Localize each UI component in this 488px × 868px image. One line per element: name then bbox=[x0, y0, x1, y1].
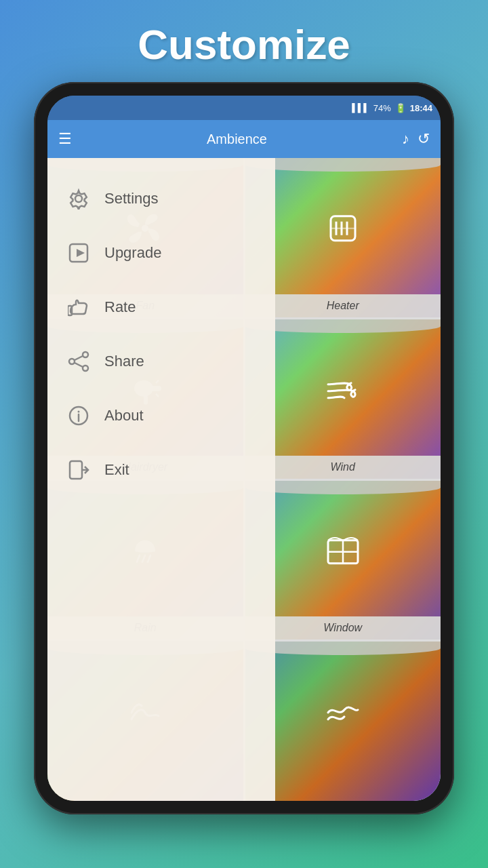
window-label: Window bbox=[323, 622, 362, 633]
svg-line-25 bbox=[75, 356, 83, 360]
drawer-item-settings[interactable]: Settings bbox=[47, 172, 275, 226]
content-area: Fan bbox=[47, 158, 441, 801]
exit-label: Exit bbox=[104, 461, 129, 479]
status-bar: ▌▌▌ 74% 🔋 18:44 bbox=[47, 96, 441, 120]
music-icon[interactable]: ♪ bbox=[402, 130, 409, 148]
phone-screen: ▌▌▌ 74% 🔋 18:44 ☰ Ambience ♪ ↺ bbox=[47, 96, 441, 801]
app-title: Ambience bbox=[83, 132, 391, 147]
drawer-item-upgrade[interactable]: Upgrade bbox=[47, 226, 275, 280]
svg-point-29 bbox=[78, 411, 80, 413]
drawer-item-share[interactable]: Share bbox=[47, 334, 275, 389]
rate-label: Rate bbox=[104, 298, 136, 316]
svg-point-18 bbox=[75, 195, 82, 202]
settings-icon bbox=[66, 186, 91, 211]
settings-label: Settings bbox=[104, 190, 159, 208]
phone-device: ▌▌▌ 74% 🔋 18:44 ☰ Ambience ♪ ↺ bbox=[34, 82, 454, 814]
title-area: Customize bbox=[0, 0, 488, 82]
app-bar-icons: ♪ ↺ bbox=[402, 130, 430, 148]
app-bar: ☰ Ambience ♪ ↺ bbox=[47, 120, 441, 158]
share-label: Share bbox=[104, 353, 144, 370]
svg-point-22 bbox=[69, 359, 75, 364]
svg-marker-20 bbox=[77, 249, 85, 257]
about-icon bbox=[66, 403, 91, 428]
drawer-item-exit[interactable]: Exit bbox=[47, 443, 275, 497]
heater-label: Heater bbox=[327, 300, 359, 311]
signal-icon: ▌▌▌ bbox=[352, 103, 369, 113]
rate-icon bbox=[66, 295, 91, 319]
exit-icon bbox=[66, 458, 91, 482]
wind-label: Wind bbox=[331, 461, 355, 473]
battery-icon: 🔋 bbox=[395, 103, 406, 113]
svg-point-24 bbox=[83, 366, 88, 371]
upgrade-label: Upgrade bbox=[104, 244, 161, 262]
svg-line-26 bbox=[75, 363, 83, 367]
refresh-icon[interactable]: ↺ bbox=[418, 130, 430, 148]
drawer-item-rate[interactable]: Rate bbox=[47, 280, 275, 334]
about-label: About bbox=[104, 407, 144, 425]
time-display: 18:44 bbox=[410, 103, 432, 113]
navigation-drawer: Settings Upgrade bbox=[47, 158, 275, 801]
share-icon bbox=[66, 349, 91, 374]
page-title: Customize bbox=[138, 21, 350, 68]
menu-icon[interactable]: ☰ bbox=[58, 130, 72, 148]
svg-point-23 bbox=[83, 352, 88, 357]
upgrade-icon bbox=[66, 241, 91, 265]
svg-rect-30 bbox=[70, 461, 82, 479]
drawer-item-about[interactable]: About bbox=[47, 389, 275, 443]
battery-percent: 74% bbox=[373, 103, 391, 113]
